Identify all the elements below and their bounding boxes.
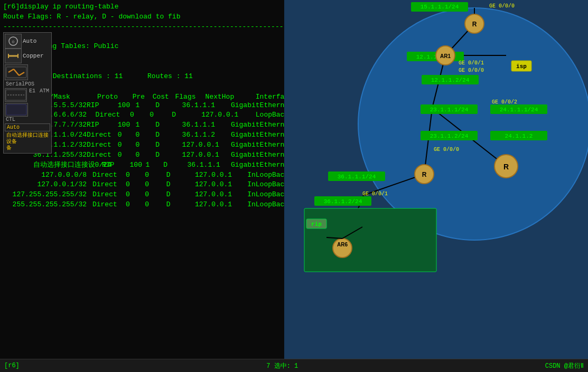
net-label-36-1: 36.1.1.1/24 <box>338 174 376 180</box>
cell-flags: D <box>166 200 195 210</box>
cell-flags: D <box>155 140 182 150</box>
cell-flags: D <box>155 150 182 160</box>
cell-proto: Direct <box>87 140 118 150</box>
statusbar-right: CSDN @君衍Ⅱ <box>545 361 584 370</box>
svg-text:GE 0/0/2: GE 0/0/2 <box>492 99 517 105</box>
toolbar-auto-row: ○ Auto <box>5 34 50 49</box>
isp-label: isp <box>516 63 527 70</box>
table-row: 127.0.0.1/32Direct00D127.0.0.1InLoopBack… <box>3 180 293 190</box>
net-label-24-1: 24.1.1.1/24 <box>500 107 538 113</box>
svg-text:GE 0/0/0: GE 0/0/0 <box>459 68 484 73</box>
cell-pre: 100 <box>130 160 146 170</box>
toolbar-copper-btn[interactable] <box>5 49 22 63</box>
cell-cost: 1 <box>146 160 164 170</box>
svg-rect-11 <box>6 104 26 115</box>
toolbar-auto2-btn[interactable]: Auto <box>5 123 50 131</box>
toolbar-serial-icon-btn[interactable] <box>5 64 28 80</box>
cell-cost: 0 <box>135 140 155 150</box>
cell-pre: 100 <box>118 120 136 130</box>
cell-proto: RIP <box>87 101 118 111</box>
cell-flags: D <box>155 120 182 130</box>
cell-proto: Direct <box>92 180 126 190</box>
cell-cost: 0 <box>145 170 166 180</box>
statusbar: [r6] 7 选中: 1 CSDN @君衍Ⅱ <box>0 359 588 372</box>
cell-dest: 255.255.255.255/32 <box>4 200 92 210</box>
cell-iface: GigabitEthernet <box>231 140 293 150</box>
net-label-23-1: 23.1.1.1/24 <box>430 107 469 113</box>
svg-text:GE 0/0/1: GE 0/0/1 <box>459 60 484 66</box>
table-row: 自动选择接口连接设0/24RIP1001D36.1.1.1GigabitEthe… <box>3 160 293 170</box>
toolbar-auto-btn[interactable]: ○ <box>5 34 22 49</box>
col-cost: Cost <box>153 93 175 101</box>
col-pre: Pre <box>133 93 153 101</box>
net-label-12-2: 12.1.1.2/24 <box>431 77 470 83</box>
cell-iface: GigabitEthernet <box>231 130 293 140</box>
cell-cost: 0 <box>145 180 166 190</box>
col-proto: Proto <box>97 93 133 101</box>
cell-flags: D <box>166 170 195 180</box>
cell-iface: GigabitEthernet <box>231 120 293 130</box>
cell-cost: 0 <box>135 150 155 160</box>
table-row: 255.255.255.255/32Direct00D127.0.0.1InLo… <box>3 200 293 210</box>
cell-pre: 0 <box>126 190 145 200</box>
svg-text:GE 0/0/0: GE 0/0/0 <box>434 147 459 152</box>
svg-text:R: R <box>422 171 427 178</box>
cell-flags: D <box>166 190 195 200</box>
command-line: [r6]display ip routing-table <box>3 2 293 12</box>
cell-nexthop: 127.0.0.1 <box>182 140 231 150</box>
cell-nexthop: 127.0.0.1 <box>195 170 247 180</box>
cell-nexthop: 127.0.0.1 <box>195 190 247 200</box>
svg-point-13 <box>358 8 588 240</box>
cell-pre: 0 <box>126 170 145 180</box>
cell-iface: GigabitEthernet <box>231 150 293 160</box>
toolbar-auto-label: Auto <box>23 38 36 44</box>
cell-cost: 0 <box>135 130 155 140</box>
divider: ----------------------------------------… <box>3 22 293 32</box>
net-label-15: 15.1.1.1/24 <box>421 4 459 10</box>
cell-iface: GigabitEthernet <box>231 101 293 111</box>
cell-nexthop: 127.0.0.1 <box>182 150 231 160</box>
cell-cost: 1 <box>135 120 155 130</box>
cell-nexthop: 36.1.1.1 <box>182 120 231 130</box>
cell-flags: D <box>166 180 195 190</box>
cell-cost: 0 <box>150 110 172 120</box>
toolbar-auto-sublabel: 自动选择接口连接设备备 <box>5 132 50 152</box>
net-label-24-2: 24.1.1.2 <box>505 133 533 139</box>
cell-pre: 0 <box>130 110 150 120</box>
table-row: 127.255.255.255/32Direct00D127.0.0.1InLo… <box>3 190 293 200</box>
cell-proto: Direct <box>92 190 126 200</box>
cell-proto: Direct <box>96 110 130 120</box>
statusbar-left: [r6] <box>4 362 20 369</box>
cell-cost: 0 <box>145 200 166 210</box>
cell-nexthop: 36.1.1.1 <box>182 101 231 111</box>
e1-label: E1 <box>29 88 35 102</box>
statusbar-middle: 7 选中: 1 <box>266 361 298 370</box>
svg-text:R: R <box>503 163 509 171</box>
cell-proto: RIP <box>102 160 130 170</box>
svg-text:R: R <box>472 21 477 28</box>
cell-pre: 100 <box>118 101 136 111</box>
route-flags: Route Flags: R - relay, D - download to … <box>3 12 293 22</box>
cell-proto: Direct <box>92 200 126 210</box>
toolbar-e1-btn[interactable] <box>5 88 27 102</box>
table-row: 127.0.0.0/8Direct00D127.0.0.1InLoopBack0 <box>3 170 293 180</box>
cell-nexthop: 127.0.0.1 <box>195 200 247 210</box>
pos-label: POS <box>25 81 34 87</box>
net-label-23-2: 23.1.1.2/24 <box>430 133 469 139</box>
cell-pre: 0 <box>118 140 136 150</box>
net-label-36-2: 36.1.1.2/24 <box>324 198 362 205</box>
network-diagram: 15.1.1.1/24 GE 0/0/0 R 12.1.1.1/24 AR1 i… <box>284 0 588 359</box>
toolbar-ctl-btn[interactable] <box>5 103 28 117</box>
cell-pre: 0 <box>126 180 145 190</box>
cell-dest: 127.0.0.1/32 <box>4 180 92 190</box>
cell-proto: Direct <box>87 150 118 160</box>
svg-text:○: ○ <box>12 40 14 45</box>
cell-dest: 自动选择接口连接设0/24 <box>4 160 102 170</box>
cell-cost: 0 <box>145 190 166 200</box>
cell-flags: D <box>155 130 182 140</box>
cell-flags: D <box>172 110 201 120</box>
ctl-label: CTL <box>6 117 15 122</box>
cell-flags: D <box>155 101 182 111</box>
rip-label: rip <box>311 221 322 227</box>
cell-proto: RIP <box>87 120 118 130</box>
